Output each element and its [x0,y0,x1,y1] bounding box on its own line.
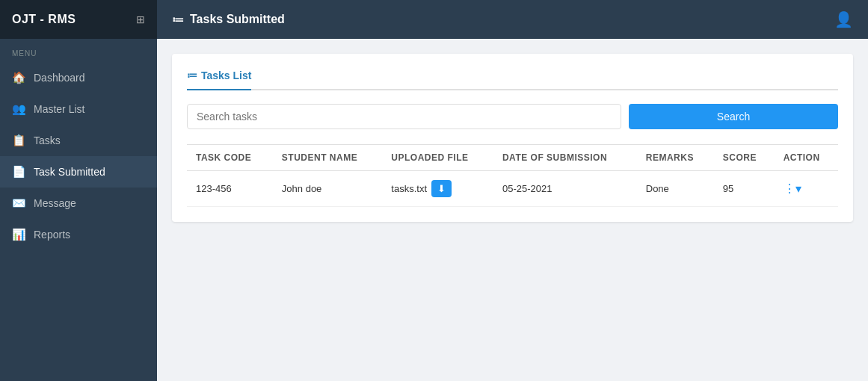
search-input[interactable] [187,104,621,129]
cell-task-code: 123-456 [187,171,273,207]
tab-icon: ≔ [187,69,197,81]
sidebar-item-label: Master List [34,103,84,115]
col-date-submission: DATE OF SUBMISSION [493,145,637,171]
cell-action: ⋮▾ [775,171,838,207]
sidebar-item-label: Task Submitted [34,166,105,178]
tab-bar: ≔ Tasks List [187,69,838,90]
topbar-icon: ≔ [172,13,184,27]
content-area: ≔ Tasks List Search TASK CODE STUDENT NA… [157,39,868,381]
grid-icon[interactable]: ⊞ [136,13,145,25]
sidebar: OJT - RMS ⊞ MENU 🏠 Dashboard 👥 Master Li… [0,0,157,381]
tab-tasks-list[interactable]: ≔ Tasks List [187,69,251,90]
download-button[interactable]: ⬇ [431,180,452,197]
user-icon[interactable]: 👤 [834,10,853,28]
cell-remarks: Done [637,171,714,207]
tasks-card: ≔ Tasks List Search TASK CODE STUDENT NA… [172,54,853,222]
task-submitted-icon: 📄 [12,165,26,179]
file-name: tasks.txt [391,183,427,194]
col-remarks: REMARKS [637,145,714,171]
cell-student-name: John doe [273,171,382,207]
table-wrap: TASK CODE STUDENT NAME UPLOADED FILE DAT… [187,144,838,207]
table-row: 123-456 John doe tasks.txt ⬇ 05-25-2021 … [187,171,838,207]
topbar: ≔ Tasks Submitted 👤 [157,0,868,39]
sidebar-item-tasks[interactable]: 📋 Tasks [0,125,157,156]
sidebar-item-label: Dashboard [34,72,85,84]
col-uploaded-file: UPLOADED FILE [382,145,493,171]
cell-date: 05-25-2021 [493,171,637,207]
col-student-name: STUDENT NAME [273,145,382,171]
sidebar-item-label: Tasks [34,134,61,146]
table-header-row: TASK CODE STUDENT NAME UPLOADED FILE DAT… [187,145,838,171]
menu-label: MENU [0,39,157,62]
col-task-code: TASK CODE [187,145,273,171]
sidebar-header: OJT - RMS ⊞ [0,0,157,39]
col-score: SCORE [714,145,775,171]
tasks-table: TASK CODE STUDENT NAME UPLOADED FILE DAT… [187,144,838,207]
sidebar-item-task-submitted[interactable]: 📄 Task Submitted [0,156,157,188]
sidebar-item-label: Reports [34,229,70,241]
topbar-title: ≔ Tasks Submitted [172,13,285,27]
main: ≔ Tasks Submitted 👤 ≔ Tasks List Search [157,0,868,381]
message-icon: ✉️ [12,196,26,210]
master-list-icon: 👥 [12,102,26,116]
tab-label: Tasks List [201,69,251,81]
sidebar-item-reports[interactable]: 📊 Reports [0,219,157,250]
sidebar-title: OJT - RMS [12,13,76,26]
sidebar-nav: 🏠 Dashboard 👥 Master List 📋 Tasks 📄 Task… [0,62,157,250]
sidebar-item-master-list[interactable]: 👥 Master List [0,93,157,125]
sidebar-item-label: Message [34,197,76,209]
tasks-icon: 📋 [12,134,26,147]
search-button[interactable]: Search [629,104,838,129]
action-button[interactable]: ⋮▾ [784,182,801,196]
search-row: Search [187,104,838,129]
reports-icon: 📊 [12,228,26,241]
file-cell: tasks.txt ⬇ [391,180,484,197]
sidebar-item-dashboard[interactable]: 🏠 Dashboard [0,62,157,93]
cell-uploaded-file: tasks.txt ⬇ [382,171,493,207]
sidebar-item-message[interactable]: ✉️ Message [0,188,157,219]
col-action: ACTION [775,145,838,171]
dashboard-icon: 🏠 [12,71,26,84]
cell-score: 95 [714,171,775,207]
